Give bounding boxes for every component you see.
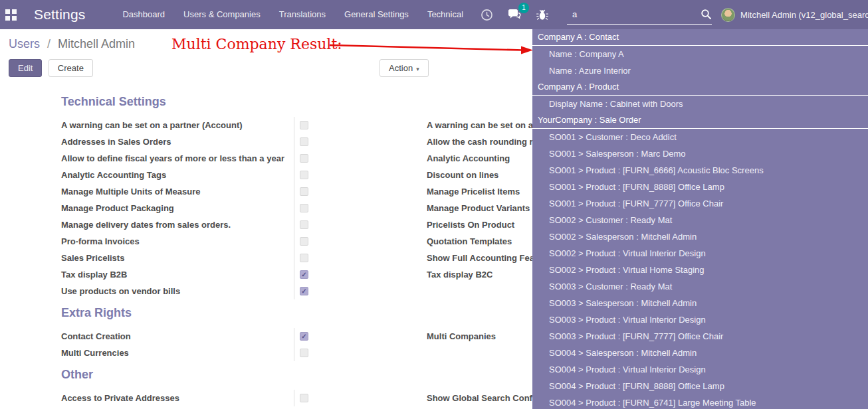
messages-count-badge: 1 [518,3,529,13]
dropdown-result-item[interactable]: SO004 > Product : [FURN_6741] Large Meet… [532,394,868,409]
checkbox-unchecked[interactable] [300,154,308,163]
checkbox-unchecked[interactable] [300,394,308,402]
checkbox-cell [294,183,427,200]
menu-item-translations[interactable]: Translations [270,0,335,29]
checkbox-cell [294,150,427,167]
setting-label: Addresses in Sales Orders [61,137,294,147]
checkbox-unchecked[interactable] [300,137,308,146]
menu-item-users-companies[interactable]: Users & Companies [174,0,270,29]
dropdown-result-item[interactable]: SO004 > Product : Virtual Interior Desig… [532,361,868,378]
user-avatar[interactable] [721,8,735,22]
checkbox-cell [294,216,427,233]
dropdown-group-header: Company A : Contact [532,29,868,46]
dropdown-result-item[interactable]: SO004 > Product : [FURN_8888] Office Lam… [532,378,868,394]
dropdown-result-item[interactable]: SO003 > Customer : Ready Mat [532,278,868,295]
breadcrumb-separator: / [47,37,51,50]
dropdown-result-item[interactable]: SO002 > Product : Virtual Home Staging [532,262,868,278]
global-search-results-dropdown: Company A : ContactName : Company AName … [532,29,868,409]
checkbox-unchecked[interactable] [300,171,308,179]
app-title[interactable]: Settings [34,7,85,23]
menu-item-dashboard[interactable]: Dashboard [113,0,174,29]
dropdown-result-item[interactable]: SO001 > Salesperson : Marc Demo [532,145,868,162]
checkbox-unchecked[interactable] [300,254,308,262]
checkbox-cell: ✓ [294,328,427,345]
checkbox-unchecked[interactable] [300,121,308,129]
top-navbar: Settings Dashboard Users & Companies Tra… [0,0,868,29]
checkmark-icon: ✓ [301,272,306,278]
checkbox-unchecked[interactable] [300,204,308,212]
setting-label: Pro-forma Invoices [61,236,294,246]
dropdown-result-item[interactable]: Name : Azure Interior [532,62,868,79]
checkbox-cell [294,390,427,406]
search-icon[interactable] [701,9,712,20]
setting-label: Contact Creation [61,331,294,341]
setting-label: Tax display B2B [61,270,294,280]
setting-label: Access to Private Addresses [61,393,294,403]
checkbox-unchecked[interactable] [300,237,308,246]
checkmark-icon: ✓ [301,333,306,340]
checkbox-cell [294,117,427,133]
dropdown-result-item[interactable]: SO004 > Salesperson : Mitchell Admin [532,345,868,361]
dropdown-result-item[interactable]: SO001 > Product : [FURN_7777] Office Cha… [532,195,868,212]
action-dropdown-button[interactable]: Action▾ [380,59,429,77]
dropdown-result-item[interactable]: SO003 > Product : [FURN_7777] Office Cha… [532,328,868,345]
bug-icon[interactable] [535,7,550,22]
dropdown-group-header: Company A : Product [532,79,868,96]
breadcrumb-users-link[interactable]: Users [9,37,40,50]
checkbox-cell: ✓ [294,283,427,299]
checkbox-cell: ✓ [294,266,427,283]
user-menu[interactable]: Mitchell Admin (v12_global_search) [740,10,868,20]
dropdown-result-item[interactable]: Display Name : Cabinet with Doors [532,96,868,112]
annotation-text: Multi Company Result: [171,36,342,52]
edit-button[interactable]: Edit [9,59,42,77]
setting-label: Multi Currencies [61,348,294,358]
activities-clock-icon[interactable] [479,7,494,22]
setting-label: Allow to define fiscal years of more or … [61,153,294,163]
setting-label: Manage Product Packaging [61,203,294,213]
global-search-input[interactable] [567,9,701,19]
checkbox-unchecked[interactable] [300,220,308,229]
dropdown-result-item[interactable]: SO002 > Customer : Ready Mat [532,212,868,228]
menu-item-technical[interactable]: Technical [418,0,473,29]
action-caret-icon: ▾ [416,66,419,72]
dropdown-result-item[interactable]: SO003 > Salesperson : Mitchell Admin [532,295,868,311]
checkbox-unchecked[interactable] [300,349,308,357]
setting-label: Manage delivery dates from sales orders. [61,220,294,230]
setting-label: Sales Pricelists [61,253,294,263]
dropdown-result-item[interactable]: Name : Company A [532,46,868,62]
setting-label: Use products on vendor bills [61,286,294,296]
checkbox-cell [294,250,427,266]
checkbox-cell [294,233,427,250]
checkbox-cell [294,345,427,361]
create-button[interactable]: Create [49,59,93,77]
checkbox-cell [294,133,427,150]
checkbox-checked[interactable]: ✓ [300,270,308,279]
checkbox-checked[interactable]: ✓ [300,287,308,295]
checkmark-icon: ✓ [301,288,306,295]
checkbox-unchecked[interactable] [300,187,308,196]
dropdown-group-header: YourCompany : Sale Order [532,112,868,129]
setting-label: Analytic Accounting Tags [61,170,294,180]
checkbox-cell [294,167,427,183]
navbar-right: 1 Mitchell Admin (v12_global_search) ▾ [473,5,868,25]
dropdown-result-item[interactable]: SO001 > Customer : Deco Addict [532,129,868,145]
dropdown-result-item[interactable]: SO003 > Product : Virtual Interior Desig… [532,311,868,328]
dropdown-result-item[interactable]: SO001 > Product : [FURN_6666] Acoustic B… [532,162,868,179]
global-search-box [567,5,712,25]
messages-icon[interactable]: 1 [507,7,522,22]
main-menu: Dashboard Users & Companies Translations… [113,0,473,29]
checkbox-cell [294,200,427,216]
annotation-arrow [327,40,536,56]
setting-label: A warning can be set on a partner (Accou… [61,120,294,130]
breadcrumb-current: Mitchell Admin [58,37,135,50]
checkbox-checked[interactable]: ✓ [300,332,308,341]
dropdown-result-item[interactable]: SO001 > Product : [FURN_8888] Office Lam… [532,179,868,195]
dropdown-result-item[interactable]: SO002 > Salesperson : Mitchell Admin [532,228,868,245]
apps-menu-icon[interactable] [5,6,17,23]
dropdown-result-item[interactable]: SO002 > Product : Virtual Interior Desig… [532,245,868,262]
setting-label: Manage Multiple Units of Measure [61,187,294,197]
menu-item-general-settings[interactable]: General Settings [335,0,418,29]
